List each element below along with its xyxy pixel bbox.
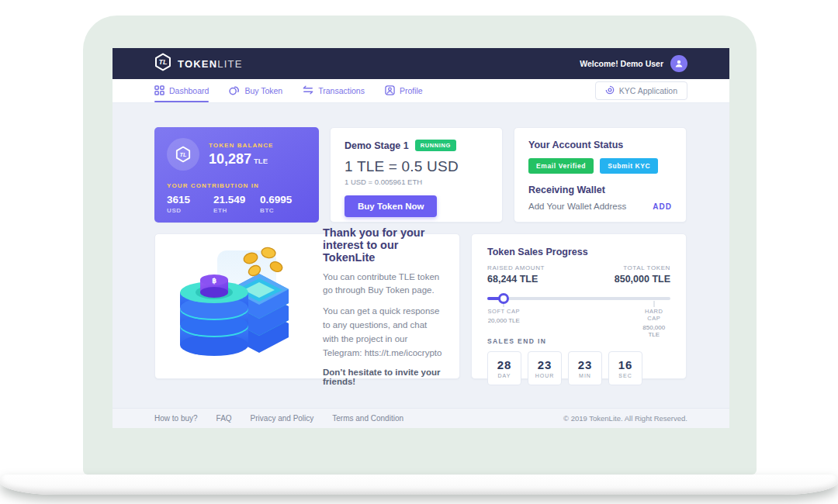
footer-link-terms[interactable]: Terms and Condition [332,414,403,423]
user-menu[interactable]: Welcome! Demo User [580,55,687,72]
hard-cap-value: 850,000 TLE [642,324,665,338]
countdown-value: 16 [618,358,633,371]
contribution-eth: 21.549 ETH [213,194,260,214]
sales-stats: RAISED AMOUNT 68,244 TLE TOTAL TOKEN 850… [487,264,670,285]
nav-label: Buy Token [244,86,282,95]
footer-link-faq[interactable]: FAQ [216,414,232,423]
balance-figures: TOKEN BALANCE 10,287TLE [209,142,274,167]
dashboard-grid-icon [154,85,164,97]
progress-handle[interactable] [498,293,509,304]
transfer-arrows-icon [303,85,313,96]
kyc-scan-icon [605,85,615,96]
countdown-value: 23 [538,358,552,371]
countdown-row: 28 DAY 23 HOUR 23 MIN 16 [487,351,670,385]
token-rate: 1 TLE = 0.5 USD [345,158,488,175]
countdown-box-min: 23 MIN [568,351,602,385]
thank-you-card: ฿ Thank you for your interest to our Tok… [154,233,460,379]
kyc-application-button[interactable]: KYC Application [595,81,687,100]
raised-amount-label: RAISED AMOUNT [487,264,545,271]
balance-amount: 10,287TLE [209,151,274,167]
contribution-btc: 0.6995 BTC [260,194,306,214]
contribution-value: 21.549 [213,194,260,205]
contribution-label: YOUR CONTRIBUTION IN [167,182,306,189]
top-cards-row: TL TOKEN BALANCE 10,287TLE YOUR CONTRIBU… [154,127,687,223]
countdown-unit: SEC [618,373,632,378]
countdown-unit: HOUR [535,373,555,378]
svg-text:TL: TL [180,151,187,158]
email-verified-badge: Email Verified [528,158,594,174]
brand-name-bold: TOKEN [178,58,217,70]
coins-stack-illustration: ฿ [172,246,306,367]
hard-cap-tick [653,301,654,307]
brand-name-light: LITE [217,58,242,70]
balance-number: 10,287 [209,151,251,167]
profile-icon [385,85,395,97]
brand-name: TOKENLITE [178,58,243,70]
sales-end-label: SALES END IN [487,337,670,345]
thank-you-paragraph-1: You can contribute TLE token go through … [323,271,442,299]
stage-header: Demo Stage 1 RUNNING [345,140,488,151]
wallet-row: Add Your Wallet Address ADD [528,202,672,211]
token-stage-card: Demo Stage 1 RUNNING 1 TLE = 0.5 USD 1 U… [330,127,503,223]
countdown-box-hour: 23 HOUR [528,351,562,385]
raised-amount: RAISED AMOUNT 68,244 TLE [487,264,545,285]
footer-link-how-to-buy[interactable]: How to buy? [154,414,198,423]
running-status-badge: RUNNING [415,140,456,151]
contribution-value: 0.6995 [260,194,306,205]
contribution-currency: BTC [260,207,306,214]
balance-unit: TLE [254,157,268,165]
progress-track [487,297,670,300]
copyright-text: © 2019 TokenLite. All Right Reserved. [563,414,687,423]
account-status-card: Your Account Status Email Verified Submi… [514,127,687,223]
nav-label: Dashboard [169,86,209,95]
nav-item-profile[interactable]: Profile [385,79,423,102]
app-window: TL TOKENLITE Welcome! Demo User Dashboar… [113,48,729,428]
nav-item-transactions[interactable]: Transactions [303,79,365,102]
add-wallet-link[interactable]: ADD [653,202,672,211]
bottom-cards-row: ฿ Thank you for your interest to our Tok… [154,233,687,379]
brand-logo: TL TOKENLITE [154,53,243,74]
submit-kyc-badge[interactable]: Submit KYC [600,158,658,174]
token-sub-rate: 1 USD = 0.005961 ETH [345,178,488,186]
nav-item-dashboard[interactable]: Dashboard [154,79,209,102]
contribution-currency: USD [167,207,213,214]
stage-title: Demo Stage 1 [345,140,409,151]
welcome-text: Welcome! Demo User [580,59,663,68]
soft-cap-value: 20,000 TLE [488,317,520,324]
dashboard-content: TL TOKEN BALANCE 10,287TLE YOUR CONTRIBU… [113,103,729,408]
hard-cap-name: HARD CAP [642,308,665,322]
countdown-value: 28 [497,358,512,371]
thank-you-body: Thank you for your interest to our Token… [323,226,442,387]
nav-item-buy-token[interactable]: Buy Token [229,79,282,102]
balance-top: TL TOKEN BALANCE 10,287TLE [167,138,306,171]
sales-progress-title: Token Sales Progress [487,247,670,257]
token-sales-progress-card: Token Sales Progress RAISED AMOUNT 68,24… [471,233,687,379]
countdown-box-sec: 16 SEC [608,351,642,385]
countdown-value: 23 [578,358,593,371]
brand-hexagon-icon: TL [154,53,171,74]
nav-label: Profile [400,86,423,95]
buy-token-now-button[interactable]: Buy Token Now [345,195,437,217]
account-status-title: Your Account Status [528,140,672,150]
total-token: TOTAL TOKEN 850,000 TLE [615,264,670,285]
footer-link-privacy[interactable]: Privacy and Policy [251,414,314,423]
contribution-row: 3615 USD 21.549 ETH 0.6995 BTC [167,194,306,214]
total-token-value: 850,000 TLE [615,274,670,285]
user-avatar[interactable] [670,55,687,72]
countdown-box-day: 28 DAY [487,351,521,385]
contribution-value: 3615 [167,194,213,205]
thank-you-paragraph-2: You can get a quick response to any ques… [323,305,442,360]
raised-amount-value: 68,244 TLE [487,274,545,285]
sales-progress-slider [487,292,670,305]
coins-icon [229,85,240,97]
token-balance-card: TL TOKEN BALANCE 10,287TLE YOUR CONTRIBU… [154,127,319,223]
total-token-label: TOTAL TOKEN [615,264,670,271]
laptop-mockup: TL TOKENLITE Welcome! Demo User Dashboar… [0,0,838,504]
svg-text:฿: ฿ [212,277,216,285]
contribution-currency: ETH [213,207,260,214]
svg-text:TL: TL [159,58,168,66]
nav-label: Transactions [318,86,365,95]
receiving-wallet-title: Receiving Wallet [528,185,672,195]
countdown-unit: DAY [498,373,511,378]
laptop-base [0,475,838,495]
